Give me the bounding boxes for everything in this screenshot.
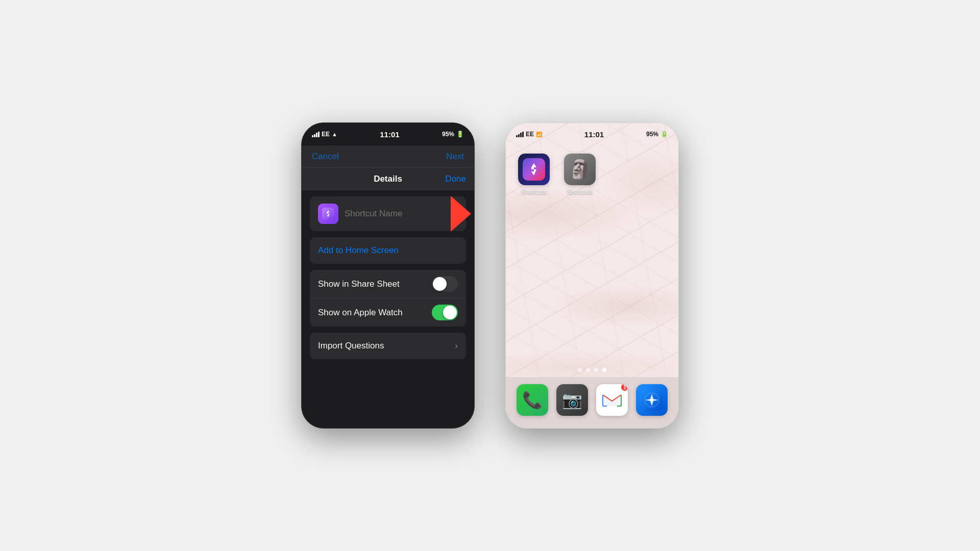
toggle-section: Show in Share Sheet Show on Apple Watch [310,270,466,327]
battery-pct-right: 95% [646,131,658,138]
share-sheet-toggle[interactable] [432,276,458,292]
shortcuts-custom-icon[interactable]: 🗿 [564,154,596,185]
r-signal-bar-2 [518,134,520,137]
gmail-svg [601,389,623,411]
details-header: Details Done [302,168,474,190]
r-signal-bar-1 [516,135,518,137]
left-status-right: 95% 🔋 [442,131,464,138]
right-status-right: 95% 🔋 [646,131,668,138]
dock-safari[interactable] [636,384,668,416]
svg-point-12 [651,399,653,401]
cancel-button-peek[interactable]: Cancel [312,152,339,162]
carrier-left: EE [322,131,330,138]
shortcuts-icon-svg [322,208,334,220]
signal-bar-2 [314,134,315,137]
next-button-peek[interactable]: Next [446,152,464,162]
signal-bars [312,132,320,137]
phone-icon: 📞 [522,390,543,410]
add-home-label[interactable]: Add to Home Screen [318,245,399,255]
right-status-left: EE 📶 [516,131,542,138]
signal-bar-1 [312,135,313,137]
dock: 📞 📷 1 [506,377,678,428]
left-status-left: EE ▲ [312,131,337,138]
r-signal-bar-3 [520,133,522,137]
add-to-home-screen-row[interactable]: Add to Home Screen [310,237,466,264]
details-title: Details [374,174,402,184]
time-right: 11:01 [584,130,604,139]
left-status-bar: EE ▲ 11:01 95% 🔋 [302,123,474,145]
signal-bar-3 [316,133,317,137]
dock-camera[interactable]: 📷 [556,384,588,416]
dot-1 [578,368,582,372]
dock-phone[interactable]: 📞 [517,384,548,416]
shortcut-name-input[interactable] [345,209,458,219]
dock-gmail[interactable]: 1 [596,384,628,416]
share-sheet-label: Show in Share Sheet [318,279,400,289]
svg-rect-1 [523,158,545,181]
shortcut-app-icon [318,204,338,224]
share-sheet-knob [433,277,447,291]
apple-watch-toggle[interactable] [432,305,458,320]
shortcuts-custom-label: Shortcuts [567,188,593,195]
import-questions-label: Import Questions [318,341,384,351]
shortcuts-official-icon[interactable] [518,154,550,185]
svg-rect-0 [322,208,334,220]
done-button[interactable]: Done [445,174,466,184]
import-questions-row[interactable]: Import Questions › [310,333,466,359]
right-phone: EE 📶 11:01 95% 🔋 [505,122,679,429]
custom-icon-emoji: 🗿 [569,159,592,180]
shortcuts-custom-wrapper[interactable]: 🗿 Shortcuts [562,154,598,195]
home-icons-area: Shortcuts 🗿 Shortcuts [506,145,678,204]
nav-peek: Cancel Next [302,145,474,168]
chevron-right-icon: › [455,341,458,351]
safari-svg [641,389,663,411]
signal-bar-4 [318,132,320,137]
shortcut-name-row[interactable] [310,196,466,231]
shortcuts-official-label: Shortcuts [521,188,547,195]
apple-watch-row[interactable]: Show on Apple Watch [310,298,466,327]
battery-icon-left: 🔋 [456,131,464,138]
battery-icon-right: 🔋 [660,131,668,138]
left-phone-content: Add to Home Screen Show in Share Sheet S… [302,190,474,429]
wifi-icon-left: ▲ [332,131,337,137]
shortcuts-official-wrapper[interactable]: Shortcuts [516,154,552,195]
apple-watch-label: Show on Apple Watch [318,308,403,318]
apple-watch-knob [443,306,457,319]
dot-3 [594,368,598,372]
red-triangle-pointer [451,196,471,232]
shortcuts-official-svg [523,158,545,181]
left-phone: EE ▲ 11:01 95% 🔋 Cancel Next Details Don… [301,122,475,429]
share-sheet-row[interactable]: Show in Share Sheet [310,270,466,298]
dot-4 [602,368,606,372]
dot-2 [586,368,590,372]
right-signal-bars [516,132,524,137]
battery-pct-left: 95% [442,131,454,138]
gmail-badge: 1 [620,384,628,392]
time-left: 11:01 [380,130,399,139]
page-dots [506,368,678,372]
r-signal-bar-4 [522,132,524,137]
right-status-bar: EE 📶 11:01 95% 🔋 [506,123,678,145]
carrier-right: EE [526,131,534,138]
wifi-icon-right: 📶 [536,132,542,137]
camera-icon: 📷 [562,390,582,410]
